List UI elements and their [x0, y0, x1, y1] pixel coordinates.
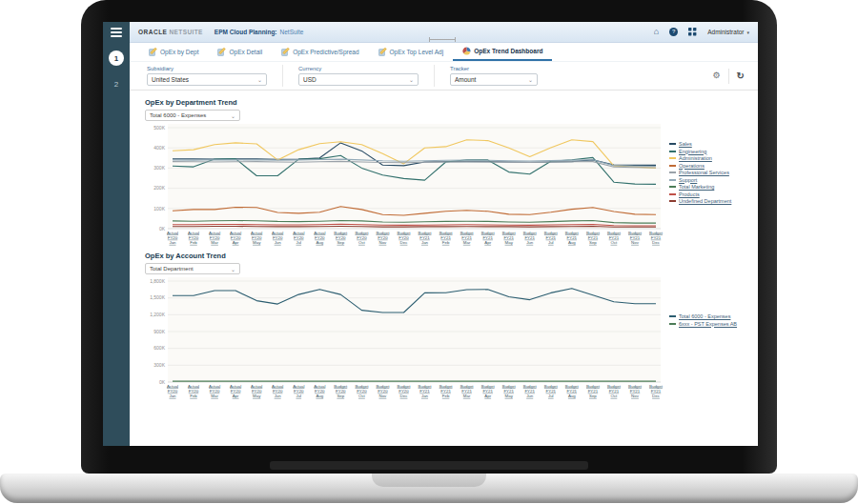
- department-chart-member-select[interactable]: Total 6000 - Expenses ⌄: [145, 110, 240, 121]
- chart-title: OpEx by Account Trend: [145, 252, 758, 260]
- tab-scrollbar-handle[interactable]: [429, 37, 456, 42]
- app-subtitle: NetSuite: [280, 29, 304, 35]
- tracker-select[interactable]: Amount ⌄: [450, 73, 538, 86]
- x-axis-label[interactable]: Mar: [211, 393, 218, 398]
- x-axis-label[interactable]: Nov: [631, 240, 640, 245]
- account-trend-chart: 0K300K600K900K1,200K1,500K1,800KActualFY…: [145, 275, 664, 401]
- tab-opex-predictive-spread[interactable]: OpEx Predictive/Spread: [272, 43, 368, 61]
- filter-tracker: Tracker Amount ⌄: [444, 62, 543, 90]
- legend-item[interactable]: Operations: [669, 163, 758, 169]
- sidebar-step-1[interactable]: 1: [109, 50, 124, 66]
- x-axis-label[interactable]: Sep: [589, 393, 597, 398]
- legend-item[interactable]: Total 6000 - Expenses: [669, 313, 758, 319]
- x-axis-label[interactable]: Aug: [316, 393, 323, 398]
- help-icon[interactable]: ?: [669, 28, 678, 36]
- chevron-down-icon: ⌄: [231, 266, 235, 272]
- tab-opex-trend-dashboard[interactable]: OpEx Trend Dashboard: [453, 43, 552, 61]
- x-axis-label[interactable]: Oct: [358, 240, 366, 245]
- tab-opex-top-level-adj[interactable]: OpEx Top Level Adj: [369, 43, 454, 61]
- x-axis-label[interactable]: Dec: [652, 240, 661, 245]
- x-axis-label[interactable]: Mar: [463, 240, 471, 245]
- x-axis-label[interactable]: Oct: [610, 240, 618, 245]
- x-axis-label[interactable]: Apr: [233, 393, 239, 398]
- legend-item[interactable]: Undefined Department: [669, 198, 758, 204]
- x-axis-label[interactable]: Sep: [337, 393, 344, 398]
- x-axis-label[interactable]: Dec: [400, 393, 409, 398]
- legend-item[interactable]: 6xxx - PST Expenses AB: [669, 321, 758, 327]
- x-axis-label[interactable]: Jan: [421, 393, 429, 398]
- currency-select[interactable]: USD ⌄: [298, 73, 419, 86]
- settings-gear-icon[interactable]: ⚙: [705, 71, 728, 80]
- y-axis-label: 400K: [153, 145, 165, 151]
- plot-area: [168, 124, 661, 229]
- sidebar-step-2[interactable]: 2: [114, 80, 118, 89]
- y-axis-label: 1,500K: [150, 294, 166, 300]
- x-axis-label[interactable]: Aug: [568, 393, 576, 398]
- legend-item[interactable]: Professional Services: [669, 170, 758, 175]
- x-axis-label[interactable]: Dec: [652, 393, 661, 398]
- form-pencil-icon: [378, 48, 387, 56]
- home-icon[interactable]: ⌂: [654, 28, 659, 36]
- x-axis-label[interactable]: Jul: [548, 240, 554, 245]
- chevron-down-icon: ▾: [746, 30, 749, 35]
- hamburger-menu-icon[interactable]: [103, 22, 130, 43]
- x-axis-label[interactable]: Aug: [316, 240, 323, 245]
- x-axis-label[interactable]: Sep: [589, 240, 597, 245]
- x-axis-label[interactable]: Oct: [610, 393, 618, 398]
- x-axis-label[interactable]: Mar: [463, 393, 471, 398]
- y-axis-label: 1,200K: [150, 312, 166, 317]
- legend-swatch: [669, 323, 676, 325]
- filter-currency: Currency USD ⌄: [293, 62, 424, 90]
- x-axis-label[interactable]: May: [253, 240, 261, 245]
- x-axis-label[interactable]: Jul: [296, 393, 301, 398]
- x-axis-label[interactable]: Nov: [378, 240, 387, 245]
- x-axis-label[interactable]: Jan: [421, 240, 429, 245]
- user-menu[interactable]: Administrator ▾: [707, 29, 749, 35]
- x-axis-label[interactable]: May: [253, 393, 261, 398]
- x-axis-label[interactable]: Mar: [211, 240, 218, 245]
- x-axis-label[interactable]: Jun: [526, 240, 534, 245]
- y-axis-label: 500K: [153, 125, 165, 131]
- legend-item[interactable]: Engineering: [669, 149, 758, 154]
- x-axis-label[interactable]: Feb: [442, 240, 450, 245]
- app-title: EPM Cloud Planning:: [214, 29, 277, 35]
- y-axis-label: 300K: [153, 165, 165, 171]
- tab-opex-by-dept[interactable]: OpEx by Dept: [139, 43, 208, 61]
- form-pencil-icon: [149, 48, 157, 56]
- x-axis-label[interactable]: Feb: [442, 393, 450, 398]
- chart-title: OpEx by Department Trend: [145, 98, 758, 107]
- x-axis-label[interactable]: Nov: [378, 393, 387, 398]
- x-axis-label[interactable]: Apr: [233, 240, 239, 245]
- tab-opex-detail[interactable]: OpEx Detail: [208, 43, 272, 61]
- x-axis-label[interactable]: Dec: [400, 240, 409, 245]
- x-axis-label[interactable]: Apr: [484, 393, 491, 398]
- x-axis-label[interactable]: May: [505, 393, 514, 398]
- legend-item[interactable]: Products: [669, 192, 758, 197]
- x-axis-label[interactable]: May: [505, 240, 514, 245]
- x-axis-label[interactable]: Jan: [169, 240, 176, 245]
- dashboard-pie-icon: [462, 47, 471, 55]
- subsidiary-select[interactable]: United States ⌄: [147, 73, 267, 86]
- refresh-icon[interactable]: ↻: [729, 71, 752, 81]
- x-axis-label[interactable]: Jun: [275, 240, 282, 245]
- legend-item[interactable]: Sales: [669, 141, 758, 147]
- account-chart-member-select[interactable]: Total Department ⌄: [145, 263, 240, 274]
- x-axis-label[interactable]: Jul: [296, 240, 301, 245]
- x-axis-label[interactable]: Jan: [169, 393, 176, 398]
- department-trend-chart: 0K100K200K300K400K500KActualFY20JanActua…: [145, 122, 664, 248]
- legend-item[interactable]: Administration: [669, 155, 758, 161]
- x-axis-label[interactable]: Oct: [358, 393, 366, 398]
- x-axis-label[interactable]: Feb: [190, 393, 197, 398]
- apps-grid-icon[interactable]: [688, 28, 697, 36]
- x-axis-label[interactable]: Jul: [548, 393, 554, 398]
- x-axis-label[interactable]: Nov: [631, 393, 640, 398]
- x-axis-label[interactable]: Sep: [337, 240, 344, 245]
- tab-label: OpEx Predictive/Spread: [293, 49, 358, 55]
- x-axis-label[interactable]: Feb: [190, 240, 197, 245]
- x-axis-label[interactable]: Jun: [275, 393, 282, 398]
- x-axis-label[interactable]: Jun: [526, 393, 534, 398]
- legend-item[interactable]: Total Marketing: [669, 184, 758, 190]
- x-axis-label[interactable]: Aug: [568, 240, 576, 245]
- x-axis-label[interactable]: Apr: [484, 240, 491, 245]
- legend-item[interactable]: Support: [669, 177, 758, 183]
